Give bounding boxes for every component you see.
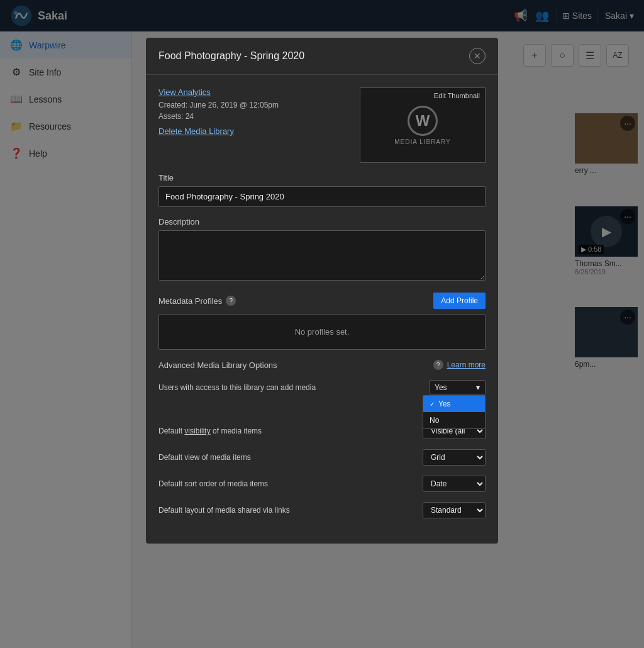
add-media-select[interactable]: Yes ▾ — [429, 380, 486, 395]
edit-thumbnail-label[interactable]: Edit Thumbnail — [434, 92, 480, 99]
no-profiles-text: No profiles set. — [295, 327, 350, 337]
modal-title: Food Photography - Spring 2020 — [158, 50, 304, 62]
metadata-profiles-section: Metadata Profiles ? Add Profile No profi… — [158, 293, 486, 350]
option-no[interactable]: No — [423, 412, 485, 428]
no-profiles-box: No profiles set. — [158, 314, 486, 350]
warpwire-w-letter: W — [416, 112, 430, 130]
modal-body: View Analytics Created: June 26, 2019 @ … — [146, 75, 498, 544]
yes-label: Yes — [438, 399, 451, 408]
title-input[interactable] — [158, 186, 486, 207]
modal-top-section: View Analytics Created: June 26, 2019 @ … — [158, 87, 486, 163]
option-label-view: Default view of media items — [158, 453, 251, 462]
metadata-label: Metadata Profiles ? — [158, 296, 236, 306]
modal-header: Food Photography - Spring 2020 ✕ — [146, 38, 498, 75]
option-yes[interactable]: ✓ Yes — [423, 396, 485, 412]
option-label-sort: Default sort order of media items — [158, 479, 268, 488]
add-profile-button[interactable]: Add Profile — [433, 293, 486, 309]
option-label-add-media: Users with access to this library can ad… — [158, 383, 316, 392]
metadata-header: Metadata Profiles ? Add Profile — [158, 293, 486, 309]
modal-info: View Analytics Created: June 26, 2019 @ … — [158, 87, 347, 163]
description-label: Description — [158, 217, 486, 226]
advanced-header: Advanced Media Library Options ? Learn m… — [158, 360, 486, 370]
learn-more-link[interactable]: Learn more — [447, 360, 486, 369]
option-label-layout: Default layout of media shared via links — [158, 506, 290, 515]
warpwire-circle: W — [408, 106, 438, 136]
option-label-visibility: Default visibility of media items — [158, 427, 262, 435]
advanced-help-icon[interactable]: ? — [433, 360, 443, 370]
advanced-options-section: Advanced Media Library Options ? Learn m… — [158, 360, 486, 521]
layout-select[interactable]: Standard Minimal — [423, 502, 486, 518]
description-textarea[interactable] — [158, 230, 486, 281]
add-media-dropdown[interactable]: Yes ▾ ✓ Yes No — [429, 380, 486, 395]
description-field-group: Description — [158, 217, 486, 282]
option-row-view: Default view of media items Grid List — [158, 447, 486, 468]
check-icon: ✓ — [430, 401, 435, 408]
warpwire-logo: W MEDIA LIBRARY — [394, 106, 451, 145]
view-select[interactable]: Grid List — [423, 449, 486, 466]
no-label: No — [430, 416, 439, 425]
metadata-help-icon[interactable]: ? — [226, 296, 236, 306]
option-row-sort: Default sort order of media items Date T… — [158, 473, 486, 494]
modal-dialog: Food Photography - Spring 2020 ✕ View An… — [146, 38, 498, 544]
advanced-label: Advanced Media Library Options — [158, 360, 277, 370]
add-media-value: Yes — [435, 383, 447, 392]
app-layout: 🌐 Warpwire ⚙ Site Info 📖 Lessons 📁 Resou… — [0, 31, 644, 648]
sort-select[interactable]: Date Title — [423, 476, 486, 492]
add-media-dropdown-menu: ✓ Yes No — [423, 395, 486, 429]
option-row-add-media: Users with access to this library can ad… — [158, 377, 486, 398]
modal-close-button[interactable]: ✕ — [469, 48, 486, 64]
learn-more-group: ? Learn more — [433, 360, 486, 370]
modal-created: Created: June 26, 2019 @ 12:05pm — [158, 101, 347, 109]
warpwire-text: MEDIA LIBRARY — [394, 138, 451, 145]
dropdown-chevron: ▾ — [476, 383, 480, 392]
main-content: Food Photography - Spring 2020 + ○ ☰ AZ … — [132, 31, 644, 648]
delete-media-library-link[interactable]: Delete Media Library — [158, 126, 234, 136]
title-label: Title — [158, 173, 486, 182]
modal-assets: Assets: 24 — [158, 112, 347, 121]
modal-overlay[interactable]: Food Photography - Spring 2020 ✕ View An… — [132, 31, 644, 648]
view-analytics-link[interactable]: View Analytics — [158, 87, 347, 97]
thumbnail-box: Edit Thumbnail W MEDIA LIBRARY — [360, 87, 486, 163]
title-field-group: Title — [158, 173, 486, 207]
option-row-layout: Default layout of media shared via links… — [158, 500, 486, 521]
